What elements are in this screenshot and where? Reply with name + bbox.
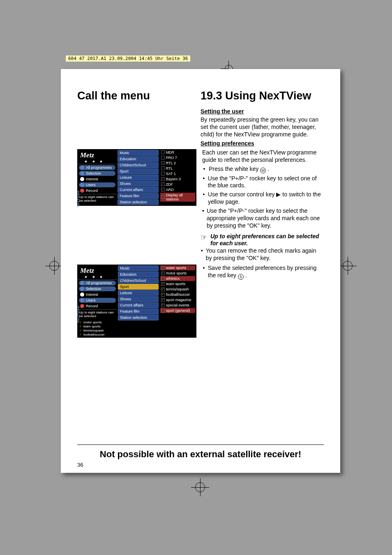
menu-category-item: Children/School	[118, 162, 158, 168]
menu-category-item: Music	[118, 150, 158, 156]
checkbox-icon: ✓	[161, 272, 165, 275]
menu-left-item: Users	[79, 182, 115, 187]
nextview-vertical-label: NexTView	[77, 190, 80, 207]
nextview-vertical-label: NexTView	[77, 306, 80, 322]
menu-category-item: Current affairs	[118, 302, 159, 308]
checkbox-icon	[161, 166, 165, 170]
bullet-save-prefs: • Save the selected preferences by press…	[202, 265, 324, 280]
menu-category-item: Music	[118, 265, 159, 271]
menu-checkbox-item: water sports	[160, 265, 195, 270]
menu-left-item: Interest	[79, 177, 115, 182]
checkbox-icon	[161, 150, 165, 154]
menu-checkbox-item: athletics	[160, 276, 195, 281]
menu-checkbox-item: ✓sport magazine	[160, 297, 195, 302]
bullet-rocker-blue: • Use the "P+/P-" rocker key to select o…	[202, 175, 324, 190]
checkbox-icon: ✓	[161, 282, 165, 286]
selected-pref-item: football/soccer	[79, 333, 115, 336]
nextview-menu-screenshot-1: Metz ★ ★ ★ All programmesSelectionIntere…	[77, 149, 196, 231]
menu-checkbox-item: ✓Bayern 3	[160, 177, 195, 182]
menu-category-item: Education	[118, 156, 158, 162]
checkbox-icon	[161, 195, 165, 199]
checkbox-icon: ✓	[161, 298, 165, 302]
selected-pref-item: tennis/squash	[79, 329, 115, 332]
menu-category-item: Leisure	[118, 290, 159, 296]
menu-checkbox-item: ✓ARD	[160, 187, 195, 192]
menu-left-item: Interest	[79, 292, 116, 297]
menu-category-item: Children/School	[118, 278, 159, 283]
menu-checkbox-item: sport (general)	[160, 308, 195, 313]
page-title-right: 19.3 Using NexTView	[201, 90, 311, 102]
menu-left-item: Selection	[79, 286, 116, 291]
red-key-icon: S	[238, 274, 244, 280]
menu-left-item: Selection	[79, 171, 115, 176]
header-row: Call the menu 19.3 Using NexTView	[77, 90, 324, 102]
selected-pref-item: motor sports	[79, 320, 115, 324]
bottom-banner: Not possible with an external satellite …	[77, 444, 324, 460]
menu-checkbox-item: ✓motor sports	[160, 271, 195, 276]
note-up-to-eight: ☞ Up to eight preferences can be selecte…	[201, 233, 324, 247]
para-setting-user: By repeatedly pressing the green key, yo…	[201, 116, 324, 138]
nextview-menu-screenshot-2: Metz ★ ★ ★ All programmesSelectionIntere…	[77, 265, 196, 338]
page-title-left: Call the menu	[77, 90, 188, 102]
menu-category-item: Sport	[118, 168, 158, 174]
menu-category-item: Feature film	[118, 309, 159, 314]
checkbox-icon: ✓	[161, 182, 165, 186]
menu-checkbox-item: ✓special events	[160, 303, 195, 308]
page: Call the menu 19.3 Using NexTView Settin…	[61, 69, 340, 473]
menu-checkbox-item: SAT 1	[160, 171, 195, 176]
checkbox-icon: ✓	[161, 304, 165, 307]
subheading-setting-user: Setting the user	[201, 108, 324, 115]
menu-checkbox-item: ✓football/soccer	[160, 292, 195, 297]
bullet-rocker-yellow: • Use the "P+/P-" rocker key to select t…	[202, 207, 324, 230]
white-key-icon: M	[260, 168, 266, 173]
menu-left-item: Users	[79, 298, 116, 303]
menu-checkbox-item: ✓ZDF	[160, 182, 195, 187]
menu-checkbox-item: ✓tennis/squash	[160, 287, 195, 292]
menu-checkbox-item: Display all stations	[160, 193, 195, 202]
checkbox-icon	[161, 309, 165, 313]
stars-icon: ★ ★ ★	[78, 275, 117, 279]
bullet-remove-marks: • You can remove the red check marks aga…	[201, 247, 324, 262]
registration-mark-right	[339, 257, 357, 275]
menu-category-item: Shows	[118, 296, 159, 302]
checkbox-icon: ✓	[161, 293, 165, 297]
checkbox-icon	[161, 172, 165, 175]
menu-checkbox-item: RTL	[160, 166, 195, 171]
checkbox-icon	[161, 266, 165, 270]
checkbox-icon: ✓	[161, 161, 165, 165]
checkbox-icon: ✓	[161, 188, 165, 191]
bullet-cursor-right: • Use the cursor control key ▶ to switch…	[202, 191, 324, 206]
checkbox-icon	[161, 156, 165, 159]
menu-category-item: Feature film	[118, 193, 158, 199]
menu-category-item: Station selection	[118, 315, 159, 320]
subheading-setting-prefs: Setting preferences	[201, 140, 324, 147]
selected-pref-item: team sports	[79, 325, 115, 328]
menu-category-item: Current affairs	[118, 187, 158, 193]
checkbox-icon	[161, 277, 165, 281]
stars-icon: ★ ★ ★	[78, 159, 117, 164]
menu-footer-note: NexTView Up to eight stations can be sel…	[78, 194, 117, 204]
checkbox-icon: ✓	[161, 177, 165, 181]
checkbox-icon: ✓	[161, 288, 165, 291]
menu-category-item: Education	[118, 272, 159, 277]
menu-category-item: Station selection	[118, 199, 158, 205]
menu-footer-note: NexTView Up to eight stations can be sel…	[78, 309, 117, 320]
menu-left-item: Record	[79, 304, 116, 309]
menu-left-item: All programmes	[79, 281, 116, 286]
menu-left-item: All programmes	[79, 165, 115, 170]
registration-mark-bottom	[191, 478, 209, 496]
menu-category-item: Sport	[118, 284, 159, 290]
menu-checkbox-item: ✓RTL 2	[160, 161, 195, 166]
menu-checkbox-item: PRO 7	[160, 155, 195, 160]
print-slug: 604 47 2017.A1 23.09.2004 14:45 Uhr Seit…	[66, 55, 190, 62]
menu-checkbox-item: MDR	[160, 150, 195, 155]
intro-paragraph: Each user can set the NexTView programme…	[202, 149, 324, 164]
menu-checkbox-item: ✓team sports	[160, 281, 195, 286]
menu-left-item: Record	[79, 188, 115, 193]
pointing-hand-icon: ☞	[201, 233, 207, 247]
menu-category-item: Shows	[118, 181, 158, 187]
bullet-press-white: • Press the white key M .	[202, 166, 324, 173]
menu-category-item: Leisure	[118, 175, 158, 180]
page-number: 36	[77, 462, 83, 468]
